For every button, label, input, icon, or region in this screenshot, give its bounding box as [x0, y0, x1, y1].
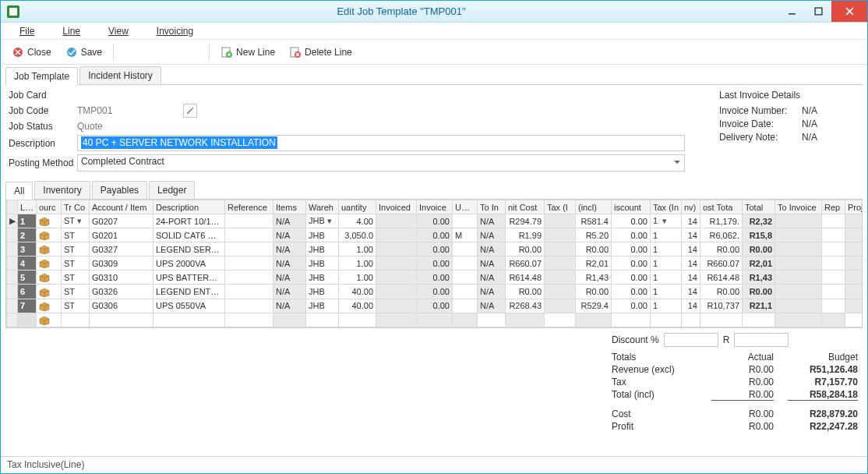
job-status-value: Quote [77, 121, 103, 132]
tab-payables[interactable]: Payables [92, 181, 147, 199]
column-header[interactable]: Account / Item [90, 200, 153, 214]
table-row[interactable]: 7STG0306UPS 0550VAN/AJHB40.000.00N/AR268… [7, 299, 863, 313]
menu-line[interactable]: Line [50, 24, 93, 38]
posting-method-select[interactable]: Completed Contract [77, 154, 685, 172]
crate-icon [39, 245, 50, 254]
crate-icon [39, 288, 50, 297]
column-header[interactable]: Tax (I [545, 200, 576, 214]
column-header[interactable]: Tax (In [651, 200, 682, 214]
column-header[interactable]: ost Tota [700, 200, 743, 214]
form-area: Job Card Job Code TMP001 Job Status Quot… [1, 85, 867, 176]
menu-file[interactable]: File [7, 24, 47, 38]
column-header[interactable]: ourc [37, 200, 62, 214]
table-row[interactable]: 5STG0310UPS BATTERY CASN/AJHB1.000.00N/A… [7, 271, 863, 285]
column-header[interactable]: iscount [612, 200, 651, 214]
close-icon [12, 46, 24, 58]
menu-invoicing[interactable]: Invoicing [144, 24, 206, 38]
table-row[interactable]: 2STG0201SOLID CAT6 CABLN/AJHB3,050.00.00… [7, 228, 863, 242]
column-header[interactable]: Tr Co [62, 200, 90, 214]
close-window-button[interactable] [831, 1, 867, 22]
column-header[interactable]: Projec [845, 200, 863, 214]
table-row[interactable] [7, 313, 863, 327]
column-header[interactable]: Wareh [306, 200, 339, 214]
edit-job-code-button[interactable] [183, 104, 197, 118]
job-code-value: TMP001 [77, 105, 178, 116]
close-button[interactable]: Close [5, 44, 58, 61]
table-row[interactable]: 3STG0327LEGEND SERVERN/AJHB1.000.00N/AR0… [7, 242, 863, 256]
invoice-details-header: Last Invoice Details [719, 90, 859, 101]
tab-ledger[interactable]: Ledger [149, 181, 195, 199]
table-row[interactable]: ▶1ST▾G020724-PORT 10/100 SN/AJHB▾4.000.0… [7, 214, 863, 228]
totals-area: Discount % R TotalsActualBudget Revenue … [1, 328, 867, 435]
column-header[interactable]: Reference [225, 200, 273, 214]
crate-icon [39, 231, 50, 240]
description-label: Description [9, 138, 77, 149]
menu-bar: File Line View Invoicing [1, 23, 867, 40]
window-title: Edit Job Template "TMP001" [24, 5, 778, 17]
crate-icon [39, 273, 50, 282]
chevron-down-icon[interactable]: ▾ [660, 216, 669, 226]
save-icon [65, 46, 78, 58]
line-grid[interactable]: LineourcTr CoAccount / ItemDescriptionRe… [5, 200, 863, 328]
column-header[interactable]: Units [453, 200, 478, 214]
crate-icon [39, 302, 50, 311]
discount-amount-input[interactable] [734, 333, 789, 347]
title-bar: Edit Job Template "TMP001" [1, 1, 867, 23]
table-row[interactable]: 6STG0326LEGEND ENTERPRN/AJHB40.000.00N/A… [7, 285, 863, 299]
description-input[interactable]: 40 PC + SERVER NETWORK INSTALLATION [77, 135, 685, 151]
new-line-button[interactable]: New Line [214, 44, 281, 61]
job-card-label: Job Card [9, 90, 77, 101]
minimize-button[interactable] [778, 1, 805, 22]
column-header[interactable]: nit Cost [506, 200, 545, 214]
crate-icon [39, 316, 50, 325]
tab-incident-history[interactable]: Incident History [79, 66, 161, 84]
status-bar: Tax Inclusive(Line) [1, 456, 867, 473]
column-header[interactable]: Description [153, 200, 225, 214]
app-icon [7, 5, 19, 18]
last-invoice-details: Last Invoice Details Invoice Number:N/A … [719, 90, 859, 175]
svg-rect-1 [815, 8, 822, 15]
crate-icon [39, 259, 50, 268]
posting-method-label: Posting Method [9, 157, 77, 168]
tab-inventory[interactable]: Inventory [34, 181, 90, 199]
app-window: Edit Job Template "TMP001" File Line Vie… [0, 0, 868, 474]
column-header[interactable]: Total [743, 200, 775, 214]
chevron-down-icon[interactable]: ▾ [75, 216, 84, 226]
column-header[interactable]: To Invoice [775, 200, 822, 214]
column-header[interactable]: Line [18, 200, 37, 214]
column-header[interactable]: Rep [822, 200, 845, 214]
column-header[interactable]: Invoice [417, 200, 453, 214]
maximize-button[interactable] [805, 1, 831, 22]
save-button[interactable]: Save [59, 44, 108, 61]
job-status-label: Job Status [9, 121, 77, 132]
job-code-label: Job Code [9, 105, 77, 116]
column-header[interactable]: (incl) [576, 200, 612, 214]
status-text: Tax Inclusive(Line) [7, 459, 84, 470]
column-header[interactable]: To In [478, 200, 506, 214]
crate-icon [39, 217, 50, 226]
grid-tabstrip: All Inventory Payables Ledger [5, 181, 863, 200]
chevron-down-icon[interactable]: ▾ [325, 216, 334, 226]
column-header[interactable]: Items [273, 200, 306, 214]
tab-job-template[interactable]: Job Template [5, 67, 78, 85]
menu-view[interactable]: View [96, 24, 141, 38]
table-row[interactable]: 4STG0309UPS 2000VAN/AJHB1.000.00N/AR660.… [7, 256, 863, 271]
discount-percent-input[interactable] [664, 333, 718, 347]
delete-line-button[interactable]: Delete Line [283, 44, 358, 61]
main-tabstrip: Job Template Incident History [5, 66, 863, 85]
discount-label: Discount % [612, 334, 659, 345]
toolbar: Close Save New Line Delete Line [1, 40, 867, 65]
svg-point-7 [67, 48, 76, 57]
column-header[interactable]: Invoiced [376, 200, 417, 214]
tab-all[interactable]: All [5, 182, 33, 200]
column-header[interactable]: uantity [339, 200, 376, 214]
new-line-icon [221, 46, 233, 58]
column-header[interactable]: nv) [682, 200, 700, 214]
delete-line-icon [289, 46, 302, 58]
